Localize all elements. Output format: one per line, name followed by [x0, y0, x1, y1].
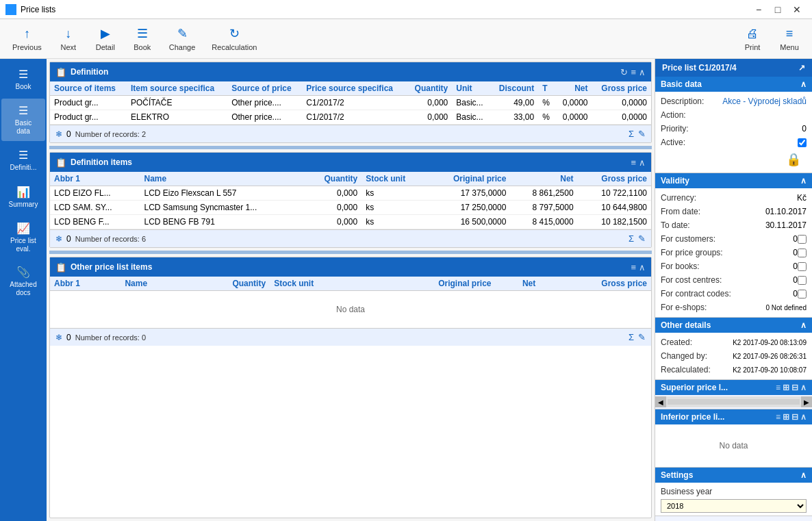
sidebar-item-basic-data[interactable]: ☰ Basicdata: [1, 99, 45, 141]
rp-inferior-header[interactable]: Inferior price li... ≡ ⊞ ⊟ ∧: [655, 409, 812, 424]
change-button[interactable]: ✎ Change: [162, 22, 203, 56]
other-items-menu-btn[interactable]: ≡: [631, 262, 636, 272]
scroll-right-btn[interactable]: ▶: [801, 396, 812, 407]
rp-action-row: Action:: [661, 108, 807, 122]
rp-changed-row: Changed by: K2 2017-09-26 08:26:31: [661, 349, 807, 363]
rp-cost-centres-row: For cost centres: 0: [661, 273, 807, 287]
inferior-expand1-icon[interactable]: ⊞: [783, 412, 789, 422]
definition-menu-btn[interactable]: ≡: [631, 67, 636, 77]
previous-button[interactable]: ↑ Previous: [5, 22, 49, 56]
rp-business-year-row: Business year: [661, 485, 807, 499]
sidebar-item-price-list-eval[interactable]: 📈 Price listeval.: [1, 216, 45, 259]
rp-basic-data-header[interactable]: Basic data ∧: [655, 77, 812, 92]
other-items-edit-btn[interactable]: ✎: [638, 332, 646, 342]
oi-col-name: Name: [120, 277, 183, 291]
col-source-items: Source of items: [50, 81, 127, 96]
rp-books-row: For books: 0: [661, 259, 807, 273]
oi-col-gross: Gross price: [540, 277, 651, 291]
title-bar-controls: − □ ✕: [749, 0, 807, 19]
rp-contract-codes-row: For contract codes: 0: [661, 287, 807, 301]
table-row[interactable]: LCD BENG F...LCD BENG FB 7910,000ks16 50…: [50, 215, 651, 229]
title-bar: Price lists − □ ✕: [0, 0, 812, 19]
sidebar-item-summary[interactable]: 📊 Summary: [1, 179, 45, 215]
rp-other-details-collapse[interactable]: ∧: [800, 320, 807, 330]
detail-button[interactable]: ▶ Detail: [88, 22, 123, 56]
other-items-collapse-btn[interactable]: ∧: [639, 262, 646, 272]
oi-col-abbr: Abbr 1: [50, 277, 120, 291]
menu-button[interactable]: ≡ Menu: [772, 22, 807, 56]
sidebar-item-book[interactable]: ☰ Book: [1, 62, 45, 97]
rp-superior-header[interactable]: Superior price l... ≡ ⊞ ⊟ ∧: [655, 380, 812, 395]
superior-collapse-icon[interactable]: ∧: [800, 383, 807, 392]
books-checkbox[interactable]: [798, 262, 807, 271]
rp-other-details-header[interactable]: Other details ∧: [655, 318, 812, 333]
definition-collapse-btn[interactable]: ∧: [639, 67, 646, 77]
next-button[interactable]: ↓ Next: [51, 22, 86, 56]
superior-expand1-icon[interactable]: ⊞: [783, 383, 789, 392]
other-items-sum-btn[interactable]: Σ: [629, 332, 634, 342]
price-groups-checkbox[interactable]: [798, 249, 807, 257]
col-price-spec: Price source specifica: [302, 81, 406, 96]
app-icon: [5, 4, 16, 15]
close-button[interactable]: ✕: [787, 0, 807, 19]
contract-codes-checkbox[interactable]: [798, 290, 807, 298]
main-layout: ☰ Book ☰ Basicdata ☰ Definiti... 📊 Summa…: [0, 59, 812, 521]
col-t: T: [538, 81, 555, 96]
content-area: 📋 Definition ↻ ≡ ∧ Source of items Item …: [47, 59, 655, 521]
maximize-button[interactable]: □: [768, 0, 787, 19]
recalculation-button[interactable]: ↻ Recalculation: [205, 22, 264, 56]
scroll-track[interactable]: [668, 399, 800, 405]
rp-recalculated-row: Recalculated: K2 2017-09-20 10:08:07: [661, 363, 807, 377]
active-checkbox[interactable]: [798, 138, 807, 147]
definition-refresh-btn[interactable]: ↻: [620, 67, 628, 77]
definition-section: 📋 Definition ↻ ≡ ∧ Source of items Item …: [49, 62, 652, 143]
resize-handle-2[interactable]: [49, 251, 652, 254]
sidebar-item-definiti[interactable]: ☰ Definiti...: [1, 142, 45, 178]
def-items-sum-btn[interactable]: Σ: [629, 233, 634, 244]
rp-active-row: Active:: [661, 136, 807, 149]
resize-handle-1[interactable]: [49, 146, 652, 149]
previous-icon: ↑: [24, 27, 30, 41]
customers-checkbox[interactable]: [798, 235, 807, 244]
def-items-menu-btn[interactable]: ≡: [631, 157, 636, 168]
rp-validity-header[interactable]: Validity ∧: [655, 173, 812, 188]
superior-expand2-icon[interactable]: ⊟: [791, 383, 798, 392]
superior-menu-icon[interactable]: ≡: [776, 383, 781, 392]
book-button[interactable]: ☰ Book: [125, 22, 160, 56]
di-col-quantity: Quantity: [305, 172, 361, 186]
table-row[interactable]: LCD SAM. SY...LCD Samsung Syncmaster 1..…: [50, 201, 651, 215]
table-row[interactable]: Product gr...ELEKTROOther price....C1/20…: [50, 110, 651, 125]
definition-sum-btn[interactable]: Σ: [629, 129, 634, 139]
inferior-expand2-icon[interactable]: ⊟: [791, 412, 798, 422]
definition-edit-btn[interactable]: ✎: [638, 129, 646, 139]
rp-settings-header[interactable]: Settings ∧: [655, 468, 812, 483]
def-items-edit-btn[interactable]: ✎: [638, 233, 646, 244]
definition-freeze-icon: ❄: [55, 129, 62, 139]
table-row[interactable]: LCD EIZO FL...LCD Eizo Flexscan L 5570,0…: [50, 186, 651, 201]
print-button[interactable]: 🖨 Print: [735, 22, 770, 56]
definition-items-section: 📋 Definition items ≡ ∧ Abbr 1 Name Quant…: [49, 152, 652, 248]
minimize-button[interactable]: −: [749, 0, 768, 19]
sidebar-item-attached-docs[interactable]: 📎 Attacheddocs: [1, 260, 45, 303]
rp-basic-data: Basic data ∧ Description: Akce - Výprode…: [655, 77, 812, 173]
def-items-collapse-btn[interactable]: ∧: [639, 157, 646, 168]
rp-basic-data-body: Description: Akce - Výprodej skladů Acti…: [655, 92, 812, 173]
recalculation-icon: ↻: [229, 26, 240, 41]
basic-data-icon: ☰: [18, 104, 28, 117]
rp-settings-collapse[interactable]: ∧: [800, 470, 807, 480]
scroll-left-btn[interactable]: ◀: [655, 396, 666, 407]
definition-freeze-count: 0: [66, 129, 71, 139]
rp-inferior-body: No data: [655, 424, 812, 467]
table-row[interactable]: Product gr...POČÍTAČEOther price....C1/2…: [50, 96, 651, 110]
other-items-freeze-icon: ❄: [55, 333, 62, 342]
inferior-menu-icon[interactable]: ≡: [776, 412, 781, 422]
business-year-select[interactable]: 2018: [661, 499, 807, 513]
inferior-collapse-icon[interactable]: ∧: [800, 412, 807, 422]
cost-centres-checkbox[interactable]: [798, 276, 807, 285]
rp-open-icon[interactable]: ↗: [798, 63, 805, 73]
oi-col-net: Net: [496, 277, 540, 291]
book-sidebar-icon: ☰: [18, 68, 28, 81]
rp-validity-collapse[interactable]: ∧: [800, 176, 807, 186]
rp-basic-data-collapse[interactable]: ∧: [800, 79, 807, 89]
rp-other-details-body: Created: K2 2017-09-20 08:13:09 Changed …: [655, 333, 812, 379]
